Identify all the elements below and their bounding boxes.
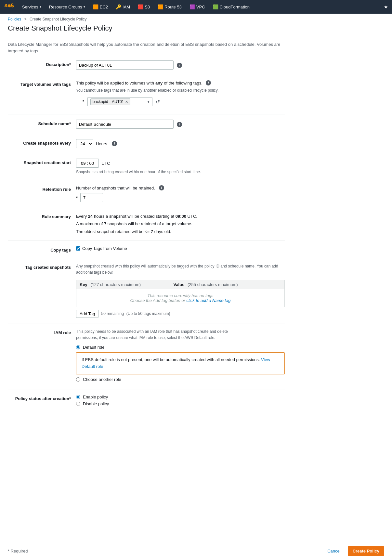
choose-role-radio-row[interactable]: Choose another role xyxy=(76,377,285,382)
services-menu[interactable]: Services ▾ xyxy=(19,3,45,11)
refresh-button[interactable]: ↺ xyxy=(154,98,161,106)
disable-policy-radio[interactable] xyxy=(76,402,80,406)
tag-table-value-header: Value (255 characters maximum) xyxy=(170,280,285,289)
route53-label: Route 53 xyxy=(164,5,182,9)
tag-table-empty-text: This resource currently has no tags xyxy=(80,293,281,298)
cloudformation-nav[interactable]: 🟩 CloudFormation xyxy=(210,3,253,11)
target-any: any xyxy=(155,81,163,85)
ec2-nav[interactable]: 🟧 EC2 xyxy=(90,3,111,11)
snapshot-start-label: Snapshot creation start xyxy=(8,159,76,165)
copy-tags-checkbox[interactable] xyxy=(76,246,80,251)
iam-box-text: If EBS default role is not present, one … xyxy=(82,357,260,362)
description-input[interactable] xyxy=(76,60,174,70)
aws-logo[interactable] xyxy=(4,3,16,10)
tag-key-placeholder: (127 characters maximum) xyxy=(90,282,141,287)
iam-role-info: This policy needs to be associated with … xyxy=(76,329,285,341)
route53-nav[interactable]: 🟧 Route 53 xyxy=(154,3,185,11)
copy-tags-row: Copy tags Copy Tags from Volume xyxy=(8,246,285,258)
iam-nav[interactable]: 🔑 IAM xyxy=(112,3,133,11)
enable-policy-radio-row[interactable]: Enable policy xyxy=(76,395,285,399)
add-tag-button[interactable]: Add Tag xyxy=(76,310,98,318)
target-volumes-row: Target volumes with tags This policy wil… xyxy=(8,80,285,114)
retention-content: Number of snapshots that will be retaine… xyxy=(76,185,285,202)
max-tags-text: (Up to 50 tags maximum) xyxy=(126,311,170,316)
tag-key: backupid xyxy=(93,99,108,104)
tag-value-placeholder: (255 characters maximum) xyxy=(188,282,238,287)
resource-groups-chevron-icon: ▾ xyxy=(84,5,85,8)
disable-policy-radio-row[interactable]: Disable policy xyxy=(76,401,285,406)
snapshot-start-row: Snapshot creation start UTC Snapshots st… xyxy=(8,159,285,180)
retention-info-icon[interactable]: i xyxy=(159,185,164,190)
iam-role-label: IAM role xyxy=(8,329,76,335)
snapshots-every-content: 24 12 6 1 Hours i xyxy=(76,139,285,148)
snapshots-every-row: Create snapshots every 24 12 6 1 Hours i xyxy=(8,139,285,153)
schedule-name-info-icon[interactable]: i xyxy=(177,122,182,127)
rule-summary-content: Every 24 hours a snapshot will be create… xyxy=(76,213,285,235)
policy-status-content: Enable policy Disable policy xyxy=(76,395,285,408)
snapshot-start-helper: Snapshots start being created within one… xyxy=(76,169,285,175)
snapshots-every-select[interactable]: 24 12 6 1 xyxy=(76,139,93,148)
tag-select-container[interactable]: backupid : AUT01 ✕ ▾ xyxy=(87,97,152,106)
target-label: Target volumes with tags xyxy=(8,80,76,87)
breadcrumb: Policies > Create Snapshot Lifecycle Pol… xyxy=(0,14,392,23)
description-label: Description* xyxy=(8,60,76,67)
policy-status-label: Policy status after creation* xyxy=(8,395,76,401)
services-label: Services xyxy=(22,5,38,9)
enable-policy-label: Enable policy xyxy=(83,395,108,399)
snapshots-every-info-icon[interactable]: i xyxy=(112,141,117,146)
tag-snapshots-label: Tag created snapshots xyxy=(8,263,76,270)
remaining-text: 50 remaining xyxy=(101,311,124,316)
vpc-nav[interactable]: 🟪 VPC xyxy=(186,3,208,11)
s3-nav[interactable]: 🟥 S3 xyxy=(135,3,153,11)
default-role-radio-row[interactable]: Default role xyxy=(76,345,285,350)
enable-policy-radio[interactable] xyxy=(76,395,80,399)
choose-role-radio[interactable] xyxy=(76,377,80,382)
tag-table-key-header: Key (127 characters maximum) xyxy=(76,280,170,289)
snapshot-start-input[interactable] xyxy=(76,159,99,168)
schedule-name-label: Schedule name* xyxy=(8,120,76,126)
resource-groups-menu[interactable]: Resource Groups ▾ xyxy=(46,3,88,11)
add-tag-row: Add Tag 50 remaining (Up to 50 tags maxi… xyxy=(76,310,285,318)
iam-label: IAM xyxy=(123,5,130,9)
required-star: * xyxy=(83,99,84,104)
tag-snapshots-info: Any snapshot created with this policy wi… xyxy=(76,263,285,276)
tag-snapshots-row: Tag created snapshots Any snapshot creat… xyxy=(8,263,285,323)
vpc-icon: 🟪 xyxy=(189,4,195,9)
retention-required-star: * xyxy=(76,195,78,200)
disable-policy-label: Disable policy xyxy=(83,401,109,406)
top-navigation: Services ▾ Resource Groups ▾ 🟧 EC2 🔑 IAM… xyxy=(0,0,392,14)
rule-summary-line2: A maximum of 7 snapshots will be retaine… xyxy=(76,220,285,228)
ec2-icon: 🟧 xyxy=(93,4,98,9)
s3-icon: 🟥 xyxy=(138,4,143,9)
tag-table: Key (127 characters maximum) Value (255 … xyxy=(76,280,285,307)
retention-input[interactable] xyxy=(80,193,103,202)
tag-table-empty-line2: Choose the Add tag button or click to ad… xyxy=(80,298,281,303)
copy-tags-content: Copy Tags from Volume xyxy=(76,246,285,251)
default-role-label: Default role xyxy=(83,345,104,350)
rule-summary-row: Rule summary Every 24 hours a snapshot w… xyxy=(8,213,285,241)
choose-role-label: Choose another role xyxy=(83,377,121,382)
copy-tags-checkbox-label: Copy Tags from Volume xyxy=(82,246,127,251)
pin-icon[interactable]: ★ xyxy=(384,4,388,9)
tag-value: AUT01 xyxy=(112,99,124,104)
tag-badge: backupid : AUT01 ✕ xyxy=(90,98,131,105)
rule-summary-label: Rule summary xyxy=(8,213,76,219)
default-role-radio[interactable] xyxy=(76,345,80,349)
tag-remove-icon[interactable]: ✕ xyxy=(125,100,128,104)
vpc-label: VPC xyxy=(196,5,205,9)
route53-icon: 🟧 xyxy=(158,4,163,9)
cloudformation-icon: 🟩 xyxy=(213,4,218,9)
target-info-1: This policy will be applied to volumes w… xyxy=(76,81,154,85)
target-info-icon[interactable]: i xyxy=(206,80,211,85)
description-info-icon[interactable]: i xyxy=(177,63,182,68)
copy-tags-checkbox-row[interactable]: Copy Tags from Volume xyxy=(76,246,285,251)
snapshot-start-content: UTC Snapshots start being created within… xyxy=(76,159,285,175)
schedule-name-input[interactable] xyxy=(76,120,174,129)
tag-dropdown-chevron: ▾ xyxy=(148,100,150,104)
page-description: Data Lifecycle Manager for EBS Snapshots… xyxy=(8,41,285,54)
snapshots-every-unit: Hours xyxy=(96,141,107,146)
breadcrumb-parent[interactable]: Policies xyxy=(8,17,21,21)
add-name-tag-link[interactable]: click to add a Name tag xyxy=(187,298,231,303)
breadcrumb-current: Create Snapshot Lifecycle Policy xyxy=(30,17,86,21)
cloudformation-label: CloudFormation xyxy=(220,5,250,9)
